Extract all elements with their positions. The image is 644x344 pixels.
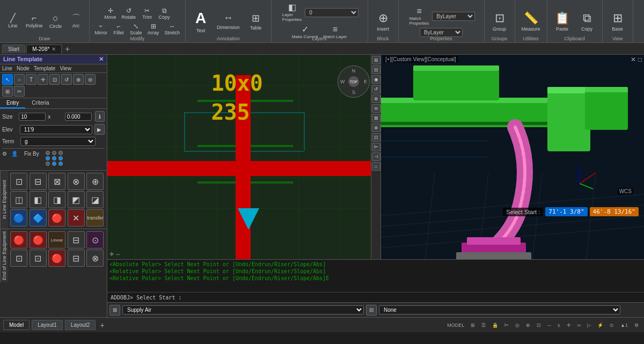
- equip-item-10[interactable]: ◪: [86, 191, 104, 208]
- menu-template[interactable]: Template: [34, 65, 56, 71]
- endline-item-3[interactable]: Linear: [48, 231, 65, 248]
- equip-item-12[interactable]: 🔷: [30, 209, 47, 226]
- tab-criteria[interactable]: Criteria: [25, 98, 55, 108]
- term-select[interactable]: g: [20, 137, 96, 146]
- status-snap-btn[interactable]: ☰: [479, 322, 488, 328]
- equip-item-5[interactable]: ⊕: [86, 173, 104, 190]
- panel-zoom-out-btn[interactable]: ⊖: [85, 74, 96, 85]
- side-btn-6[interactable]: ⊖: [372, 104, 380, 113]
- dot-9[interactable]: [58, 162, 63, 166]
- circle-button[interactable]: ○ Circle: [46, 12, 65, 30]
- endline-item-7[interactable]: ⊡: [30, 250, 47, 267]
- status-anno-btn[interactable]: ▲1: [618, 322, 630, 328]
- viewport-2d[interactable]: 10x0 235 N S E W TOP: [107, 55, 381, 259]
- none-select[interactable]: None: [379, 305, 620, 314]
- endline-item-2[interactable]: 🔴: [30, 231, 47, 248]
- side-btn-11[interactable]: ⊣: [372, 152, 380, 161]
- equip-item-3[interactable]: ⊠: [48, 173, 65, 190]
- equip-item-9[interactable]: ◩: [68, 191, 85, 208]
- endline-item-4[interactable]: ⊟: [68, 231, 85, 248]
- tab-entry[interactable]: Entry: [0, 98, 25, 108]
- endline-item-10[interactable]: ⊗: [86, 250, 104, 267]
- color-dropdown[interactable]: ByLayer: [432, 12, 475, 21]
- tab-model[interactable]: Model: [3, 320, 30, 330]
- mirror-button[interactable]: ⫟ Mirror: [93, 22, 110, 36]
- status-3dosnap-btn[interactable]: ⊡: [535, 322, 543, 328]
- bottom-icon-btn[interactable]: ⊞: [109, 305, 120, 316]
- tab-layout2[interactable]: Layout2: [65, 320, 96, 330]
- equip-item-8[interactable]: ◨: [48, 191, 65, 208]
- dot-4[interactable]: [46, 156, 50, 160]
- side-btn-10[interactable]: ⊢: [372, 143, 380, 151]
- layer-dropdown[interactable]: 0: [305, 8, 358, 17]
- tab-m208[interactable]: M-208* ✕: [26, 45, 62, 53]
- add-layout-button[interactable]: +: [98, 321, 106, 330]
- side-btn-1[interactable]: ⊞: [372, 56, 380, 64]
- fillet-button[interactable]: ⌐ Fillet: [111, 22, 127, 36]
- elev-select[interactable]: 11'9: [20, 125, 92, 134]
- add-tab-button[interactable]: +: [63, 45, 71, 53]
- stretch-button[interactable]: ↔ Stretch: [163, 22, 182, 36]
- copy-button[interactable]: ⧉ Copy: [156, 6, 172, 21]
- arc-button[interactable]: ⌒ Arc: [67, 13, 86, 30]
- panel-close-button[interactable]: ✕: [99, 56, 104, 63]
- dimension-button[interactable]: ↔ Dimension: [214, 5, 243, 38]
- dot-2[interactable]: [52, 151, 56, 155]
- status-tp-btn[interactable]: ▷: [585, 322, 593, 328]
- match-properties-button[interactable]: ≡ MatchProperties: [407, 6, 431, 27]
- status-grid-btn[interactable]: ⊞: [469, 322, 477, 328]
- status-polar-btn[interactable]: ◎: [513, 322, 522, 328]
- tab-close-icon[interactable]: ✕: [52, 46, 56, 52]
- cmd-input-field[interactable]: [185, 295, 644, 301]
- dot-5[interactable]: [52, 156, 56, 160]
- status-ducs-btn[interactable]: ±: [555, 322, 562, 328]
- equip-item-7[interactable]: ◧: [30, 191, 47, 208]
- layer-properties-button[interactable]: ◧ LayerProperties: [280, 2, 304, 23]
- panel-text-btn[interactable]: T: [26, 74, 36, 85]
- status-ortho-btn[interactable]: ⊢: [502, 322, 511, 328]
- endline-item-1[interactable]: 🔴: [10, 231, 27, 248]
- size-info-btn[interactable]: ℹ: [95, 111, 105, 122]
- equip-item-6[interactable]: ◫: [10, 191, 27, 208]
- array-button[interactable]: ⊞ Array: [145, 22, 162, 36]
- clipboard-copy-button[interactable]: ⧉ Copy: [575, 5, 599, 38]
- equip-item-4[interactable]: ⊗: [68, 173, 85, 190]
- text-button[interactable]: A Text: [189, 5, 213, 38]
- panel-pointer-btn[interactable]: ↖: [2, 74, 13, 85]
- panel-move-btn[interactable]: ✛: [38, 74, 48, 85]
- polyline-button[interactable]: ⌐ Polyline: [24, 13, 45, 30]
- panel-trim-btn[interactable]: ✂: [14, 86, 25, 97]
- dot-3[interactable]: [58, 151, 63, 155]
- viewport-3d[interactable]: [+][Custom View][Conceptual] ✕ □: [381, 55, 644, 259]
- side-btn-8[interactable]: ⊗: [372, 123, 380, 132]
- size-input[interactable]: [19, 113, 46, 121]
- panel-circle-btn[interactable]: ○: [14, 74, 25, 85]
- equip-item-13[interactable]: 🔴: [48, 209, 65, 226]
- panel-zoom-fit-btn[interactable]: ⊞: [2, 86, 13, 97]
- group-button[interactable]: ⊡ Group: [488, 5, 511, 38]
- base-button[interactable]: ⊞ Base: [606, 5, 630, 38]
- endline-item-8[interactable]: 🔴: [48, 250, 65, 267]
- equip-item-15[interactable]: transfer: [86, 209, 104, 226]
- insert-button[interactable]: ⊕ Insert: [371, 5, 395, 38]
- status-qp-btn[interactable]: ⚡: [595, 322, 605, 328]
- equip-item-14[interactable]: ✕: [68, 209, 85, 226]
- menu-view[interactable]: View: [60, 65, 71, 71]
- side-btn-9[interactable]: ⊡: [372, 133, 380, 142]
- status-osnap-btn[interactable]: ⊕: [524, 322, 532, 328]
- dot-8[interactable]: [52, 162, 56, 166]
- measure-button[interactable]: 📏 Measure: [518, 5, 544, 38]
- rotate-button[interactable]: ↺ Rotate: [120, 6, 138, 21]
- side-btn-3[interactable]: ◉: [372, 75, 380, 84]
- menu-line[interactable]: Line: [2, 65, 12, 71]
- linetype-dropdown[interactable]: ByLayer: [420, 28, 463, 37]
- trim-button[interactable]: ✂ Trim: [139, 6, 155, 21]
- status-lw-btn[interactable]: ═: [575, 322, 583, 328]
- panel-snap-btn[interactable]: ⊡: [49, 74, 60, 85]
- table-button[interactable]: ⊞ Table: [244, 5, 268, 38]
- dot-7[interactable]: [46, 162, 50, 166]
- none-icon-btn[interactable]: ⊟: [366, 305, 377, 316]
- panel-rotate-btn[interactable]: ↺: [61, 74, 72, 85]
- dot-6[interactable]: [58, 156, 63, 160]
- paste-button[interactable]: 📋 Paste: [551, 5, 574, 38]
